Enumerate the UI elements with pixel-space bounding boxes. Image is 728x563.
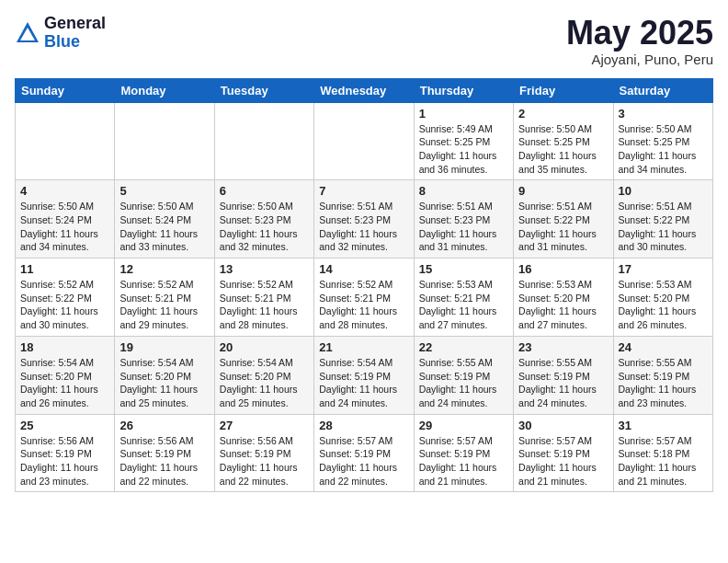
day-of-week-header: Tuesday [214, 78, 313, 102]
logo: General Blue [15, 15, 106, 52]
day-number: 26 [119, 419, 209, 432]
calendar-cell: 29Sunrise: 5:57 AM Sunset: 5:19 PM Dayli… [414, 414, 513, 492]
calendar-cell: 28Sunrise: 5:57 AM Sunset: 5:19 PM Dayli… [314, 414, 414, 492]
calendar-cell: 15Sunrise: 5:53 AM Sunset: 5:21 PM Dayli… [414, 259, 513, 337]
calendar-cell: 18Sunrise: 5:54 AM Sunset: 5:20 PM Dayli… [16, 336, 115, 414]
day-info: Sunrise: 5:53 AM Sunset: 5:20 PM Dayligh… [518, 278, 608, 332]
day-info: Sunrise: 5:56 AM Sunset: 5:19 PM Dayligh… [119, 434, 209, 488]
day-number: 23 [518, 340, 608, 354]
title-block: May 2025 Ajoyani, Puno, Peru [566, 15, 713, 67]
calendar-cell: 23Sunrise: 5:55 AM Sunset: 5:19 PM Dayli… [514, 336, 613, 414]
calendar-cell: 21Sunrise: 5:54 AM Sunset: 5:19 PM Dayli… [314, 336, 414, 414]
day-info: Sunrise: 5:50 AM Sunset: 5:23 PM Dayligh… [220, 200, 309, 254]
calendar-week-row: 4Sunrise: 5:50 AM Sunset: 5:24 PM Daylig… [16, 180, 713, 259]
calendar-cell: 13Sunrise: 5:52 AM Sunset: 5:21 PM Dayli… [214, 259, 313, 337]
day-info: Sunrise: 5:55 AM Sunset: 5:19 PM Dayligh… [518, 356, 608, 410]
day-info: Sunrise: 5:50 AM Sunset: 5:25 PM Dayligh… [518, 122, 608, 177]
day-info: Sunrise: 5:57 AM Sunset: 5:19 PM Dayligh… [319, 434, 408, 488]
day-number: 7 [319, 184, 408, 198]
calendar-table: SundayMondayTuesdayWednesdayThursdayFrid… [15, 78, 713, 493]
day-number: 15 [419, 262, 508, 276]
calendar-cell [314, 102, 414, 180]
logo-icon [15, 20, 40, 46]
calendar-cell: 20Sunrise: 5:54 AM Sunset: 5:20 PM Dayli… [214, 336, 313, 414]
day-info: Sunrise: 5:54 AM Sunset: 5:20 PM Dayligh… [20, 356, 109, 410]
day-number: 27 [220, 419, 309, 432]
day-number: 5 [119, 184, 209, 198]
day-info: Sunrise: 5:57 AM Sunset: 5:18 PM Dayligh… [619, 434, 708, 488]
day-number: 20 [220, 340, 309, 354]
logo-text: General Blue [44, 15, 106, 52]
day-info: Sunrise: 5:51 AM Sunset: 5:23 PM Dayligh… [419, 200, 508, 254]
day-info: Sunrise: 5:52 AM Sunset: 5:21 PM Dayligh… [220, 278, 309, 332]
day-info: Sunrise: 5:55 AM Sunset: 5:19 PM Dayligh… [619, 356, 708, 410]
day-number: 16 [518, 262, 608, 276]
calendar-cell: 9Sunrise: 5:51 AM Sunset: 5:22 PM Daylig… [514, 180, 613, 259]
calendar-cell: 7Sunrise: 5:51 AM Sunset: 5:23 PM Daylig… [314, 180, 414, 259]
calendar-cell: 6Sunrise: 5:50 AM Sunset: 5:23 PM Daylig… [214, 180, 313, 259]
calendar-week-row: 1Sunrise: 5:49 AM Sunset: 5:25 PM Daylig… [16, 102, 713, 180]
day-number: 10 [619, 184, 708, 198]
calendar-cell [16, 102, 115, 180]
calendar-cell [214, 102, 313, 180]
day-info: Sunrise: 5:54 AM Sunset: 5:20 PM Dayligh… [220, 356, 309, 410]
day-number: 4 [20, 184, 109, 198]
day-info: Sunrise: 5:54 AM Sunset: 5:20 PM Dayligh… [119, 356, 209, 410]
calendar-cell: 22Sunrise: 5:55 AM Sunset: 5:19 PM Dayli… [414, 336, 513, 414]
day-number: 29 [419, 419, 508, 432]
day-info: Sunrise: 5:53 AM Sunset: 5:21 PM Dayligh… [419, 278, 508, 332]
calendar-cell: 27Sunrise: 5:56 AM Sunset: 5:19 PM Dayli… [214, 414, 313, 492]
logo-general: General [44, 15, 106, 33]
calendar-cell: 3Sunrise: 5:50 AM Sunset: 5:25 PM Daylig… [613, 102, 712, 180]
day-info: Sunrise: 5:56 AM Sunset: 5:19 PM Dayligh… [20, 434, 109, 488]
calendar-cell: 25Sunrise: 5:56 AM Sunset: 5:19 PM Dayli… [16, 414, 115, 492]
day-info: Sunrise: 5:50 AM Sunset: 5:24 PM Dayligh… [119, 200, 209, 254]
day-info: Sunrise: 5:52 AM Sunset: 5:21 PM Dayligh… [319, 278, 408, 332]
calendar-cell: 11Sunrise: 5:52 AM Sunset: 5:22 PM Dayli… [16, 259, 115, 337]
day-number: 17 [619, 262, 708, 276]
logo-blue: Blue [44, 33, 106, 52]
calendar-cell: 5Sunrise: 5:50 AM Sunset: 5:24 PM Daylig… [115, 180, 214, 259]
day-number: 28 [319, 419, 408, 432]
day-info: Sunrise: 5:57 AM Sunset: 5:19 PM Dayligh… [518, 434, 608, 488]
day-number: 8 [419, 184, 508, 198]
calendar-cell: 31Sunrise: 5:57 AM Sunset: 5:18 PM Dayli… [613, 414, 712, 492]
calendar-week-row: 11Sunrise: 5:52 AM Sunset: 5:22 PM Dayli… [16, 259, 713, 337]
day-number: 1 [419, 107, 508, 121]
day-number: 21 [319, 340, 408, 354]
day-number: 31 [619, 419, 708, 432]
day-number: 22 [419, 340, 508, 354]
day-number: 13 [220, 262, 309, 276]
calendar-week-row: 18Sunrise: 5:54 AM Sunset: 5:20 PM Dayli… [16, 336, 713, 414]
calendar-cell: 17Sunrise: 5:53 AM Sunset: 5:20 PM Dayli… [613, 259, 712, 337]
day-info: Sunrise: 5:51 AM Sunset: 5:22 PM Dayligh… [518, 200, 608, 254]
calendar-cell: 30Sunrise: 5:57 AM Sunset: 5:19 PM Dayli… [514, 414, 613, 492]
day-of-week-header: Sunday [16, 78, 115, 102]
day-of-week-header: Wednesday [314, 78, 414, 102]
day-info: Sunrise: 5:57 AM Sunset: 5:19 PM Dayligh… [419, 434, 508, 488]
calendar-cell: 19Sunrise: 5:54 AM Sunset: 5:20 PM Dayli… [115, 336, 214, 414]
calendar-header-row: SundayMondayTuesdayWednesdayThursdayFrid… [16, 78, 713, 102]
day-info: Sunrise: 5:52 AM Sunset: 5:22 PM Dayligh… [20, 278, 109, 332]
day-number: 6 [220, 184, 309, 198]
calendar-cell: 4Sunrise: 5:50 AM Sunset: 5:24 PM Daylig… [16, 180, 115, 259]
day-of-week-header: Monday [115, 78, 214, 102]
day-info: Sunrise: 5:50 AM Sunset: 5:24 PM Dayligh… [20, 200, 109, 254]
day-number: 24 [619, 340, 708, 354]
day-info: Sunrise: 5:56 AM Sunset: 5:19 PM Dayligh… [220, 434, 309, 488]
day-info: Sunrise: 5:51 AM Sunset: 5:22 PM Dayligh… [619, 200, 708, 254]
location: Ajoyani, Puno, Peru [566, 52, 713, 67]
calendar-cell: 12Sunrise: 5:52 AM Sunset: 5:21 PM Dayli… [115, 259, 214, 337]
day-of-week-header: Thursday [414, 78, 513, 102]
day-info: Sunrise: 5:55 AM Sunset: 5:19 PM Dayligh… [419, 356, 508, 410]
calendar-cell: 24Sunrise: 5:55 AM Sunset: 5:19 PM Dayli… [613, 336, 712, 414]
calendar-cell: 14Sunrise: 5:52 AM Sunset: 5:21 PM Dayli… [314, 259, 414, 337]
day-number: 25 [20, 419, 109, 432]
day-number: 19 [119, 340, 209, 354]
day-number: 30 [518, 419, 608, 432]
page-header: General Blue May 2025 Ajoyani, Puno, Per… [15, 15, 713, 67]
month-title: May 2025 [566, 15, 713, 52]
calendar-cell [115, 102, 214, 180]
day-number: 9 [518, 184, 608, 198]
day-of-week-header: Friday [514, 78, 613, 102]
